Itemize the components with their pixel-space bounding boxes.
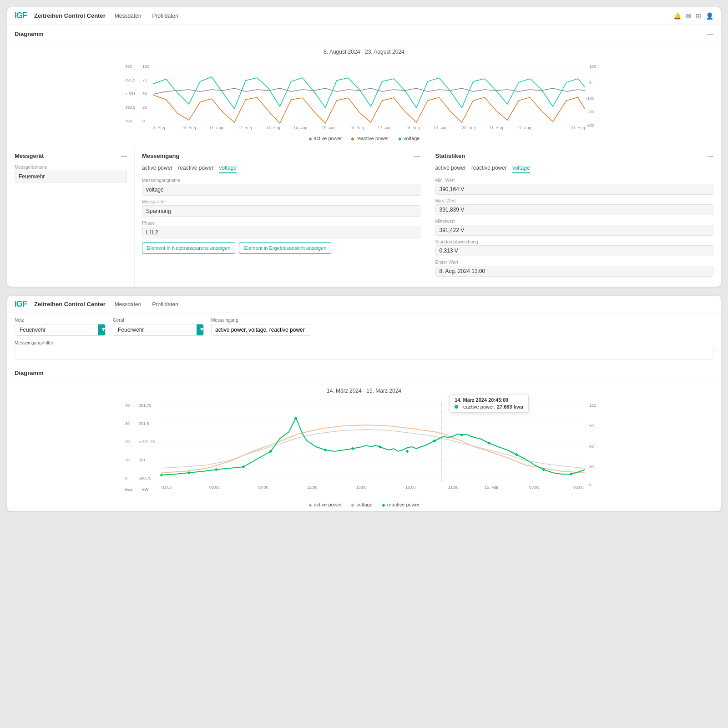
geraet-select-wrap[interactable]: Feuerwehr ▾ bbox=[113, 324, 204, 336]
chart-title-1: 8. August 2024 - 23. August 2024 bbox=[13, 49, 715, 55]
label-messgroesse: Messgröße bbox=[142, 199, 420, 204]
nav-profildaten-1[interactable]: Profildaten bbox=[150, 12, 180, 20]
svg-text:06:00: 06:00 bbox=[209, 485, 220, 490]
svg-text:90: 90 bbox=[589, 424, 594, 428]
svg-text:390,5: 390,5 bbox=[125, 105, 136, 110]
chart-legend-2: ◆ active power ◆ voltage ◆ reactive powe… bbox=[13, 502, 715, 507]
value-mittel: 391,422 V bbox=[435, 225, 714, 236]
svg-rect-65 bbox=[379, 445, 381, 448]
nav-profildaten-2[interactable]: Profildaten bbox=[150, 300, 180, 308]
grid-icon[interactable]: ⊞ bbox=[696, 12, 701, 20]
svg-text:19. Aug: 19. Aug bbox=[434, 126, 448, 130]
svg-text:> 391,25: > 391,25 bbox=[139, 440, 155, 444]
bell-icon[interactable]: 🔔 bbox=[673, 12, 681, 20]
legend-active-power-1: ◆ active power bbox=[308, 136, 342, 141]
topbar-1: IGF Zeitreihen Control Center Messdaten … bbox=[7, 7, 721, 25]
diagramm-header-1: Diagramm — bbox=[7, 25, 721, 41]
netz-value: Feuerwehr bbox=[15, 324, 98, 335]
filter-geraet: Gerät Feuerwehr ▾ bbox=[113, 318, 204, 336]
tab-active-power[interactable]: active power bbox=[142, 165, 172, 173]
svg-text:391,5: 391,5 bbox=[139, 421, 149, 426]
logo-1: IGF bbox=[15, 11, 27, 20]
stat-erster: Erster Wert 8. Aug. 2024 13:00 bbox=[435, 260, 714, 277]
card-messeingang-title: Messeingang — bbox=[142, 152, 420, 159]
diagramm-title-2: Diagramm bbox=[15, 369, 44, 376]
filter-messeingang-filter-group: Messeingang-Filter bbox=[15, 340, 713, 359]
value-messgeraetname: Feuerwehr bbox=[15, 171, 127, 182]
svg-text:15. Mär: 15. Mär bbox=[485, 485, 499, 490]
geraet-dropdown-btn[interactable]: ▾ bbox=[197, 324, 204, 335]
svg-rect-57 bbox=[160, 474, 163, 476]
label-mittel: Mittelwert bbox=[435, 219, 714, 224]
svg-rect-66 bbox=[406, 450, 409, 453]
svg-text:11. Aug: 11. Aug bbox=[209, 126, 223, 130]
svg-text:12:00: 12:00 bbox=[307, 485, 318, 490]
user-icon[interactable]: 👤 bbox=[706, 12, 713, 20]
stat-tab-reactive-power[interactable]: reactive power bbox=[471, 165, 507, 173]
netz-select-wrap[interactable]: Feuerwehr ▾ bbox=[15, 324, 106, 336]
svg-text:09:00: 09:00 bbox=[258, 485, 268, 490]
netz-dropdown-btn[interactable]: ▾ bbox=[98, 324, 106, 335]
label-geraet: Gerät bbox=[113, 318, 204, 323]
label-max: Max. Wert bbox=[435, 198, 714, 203]
svg-text:391: 391 bbox=[139, 458, 146, 462]
svg-text:30: 30 bbox=[142, 91, 147, 96]
svg-text:8. Aug: 8. Aug bbox=[153, 126, 165, 130]
tab-voltage[interactable]: voltage bbox=[219, 165, 237, 173]
svg-text:0: 0 bbox=[589, 80, 592, 85]
statistiken-collapse[interactable]: — bbox=[708, 152, 713, 159]
panel-2: IGF Zeitreihen Control Center Messdaten … bbox=[7, 296, 721, 511]
stat-max: Max. Wert 391,839 V bbox=[435, 198, 714, 215]
mail-icon[interactable]: ✉ bbox=[686, 12, 691, 20]
card-statistiken-title: Statistiken — bbox=[435, 152, 714, 159]
legend-active-power-2: ◆ active power bbox=[308, 502, 342, 507]
messgeraet-collapse[interactable]: — bbox=[121, 152, 127, 159]
svg-text:20. Aug: 20. Aug bbox=[462, 126, 476, 130]
filter-messeingang-group: Messeingang bbox=[211, 318, 311, 336]
btn-netztransparenz[interactable]: Element in Netztransparenz anzeigen bbox=[142, 242, 235, 254]
messeingang-collapse[interactable]: — bbox=[415, 152, 420, 159]
svg-text:60: 60 bbox=[589, 444, 594, 449]
svg-text:25: 25 bbox=[142, 105, 147, 110]
svg-text:18:00: 18:00 bbox=[405, 485, 416, 490]
svg-text:14. Aug: 14. Aug bbox=[293, 126, 308, 130]
nav-messdaten-2[interactable]: Messdaten bbox=[113, 300, 143, 308]
chart-svg-2: 40 30 20 10 0 kvar 391,75 391,5 > 391,25… bbox=[13, 398, 715, 499]
svg-text:75: 75 bbox=[142, 78, 147, 82]
nav-messdaten-1[interactable]: Messdaten bbox=[113, 12, 143, 20]
svg-text:20: 20 bbox=[125, 440, 130, 444]
legend-voltage-2: ◆ voltage bbox=[351, 502, 372, 507]
svg-text:30: 30 bbox=[125, 421, 130, 426]
svg-text:0: 0 bbox=[589, 483, 592, 487]
value-stdabw: 0,313 V bbox=[435, 245, 714, 256]
svg-text:kvar: kvar bbox=[125, 487, 133, 492]
tab-reactive-power[interactable]: reactive power bbox=[178, 165, 213, 173]
chart-title-2: 14. März 2024 - 15. März 2024 bbox=[13, 388, 715, 394]
panel-1: IGF Zeitreihen Control Center Messdaten … bbox=[7, 7, 721, 287]
messeingang-filter-input[interactable] bbox=[15, 347, 713, 359]
label-messgeraetname: Messgerätname bbox=[15, 165, 127, 170]
stat-tab-active-power[interactable]: active power bbox=[435, 165, 466, 173]
svg-text:12. Aug: 12. Aug bbox=[238, 126, 252, 130]
app-title-2: Zeitreihen Control Center bbox=[34, 301, 106, 308]
svg-text:30: 30 bbox=[589, 465, 594, 469]
diagramm-collapse-1[interactable]: — bbox=[707, 30, 713, 37]
topbar-2: IGF Zeitreihen Control Center Messdaten … bbox=[7, 296, 721, 313]
value-phase: L1L2 bbox=[142, 227, 420, 238]
svg-text:390: 390 bbox=[125, 119, 132, 123]
svg-text:390,75: 390,75 bbox=[139, 476, 152, 480]
stat-tab-voltage[interactable]: voltage bbox=[512, 165, 530, 173]
svg-rect-63 bbox=[324, 449, 327, 451]
label-erster: Erster Wert bbox=[435, 260, 714, 265]
btn-ergebnisansicht[interactable]: Element in Ergebnisansicht anzeigen bbox=[239, 242, 331, 254]
btn-row-messeingang: Element in Netztransparenz anzeigen Elem… bbox=[142, 238, 420, 254]
svg-text:15:00: 15:00 bbox=[356, 485, 367, 490]
value-erster: 8. Aug. 2024 13:00 bbox=[435, 266, 714, 277]
svg-rect-58 bbox=[187, 471, 190, 474]
chart-svg-1: 392 391,5 > 391 390,5 390 100 75 30 25 0… bbox=[13, 59, 715, 133]
messeingang-input[interactable] bbox=[211, 324, 311, 336]
svg-text:21:00: 21:00 bbox=[448, 485, 459, 490]
svg-text:392: 392 bbox=[125, 64, 132, 69]
filter-netz: Netz Feuerwehr ▾ bbox=[15, 318, 106, 336]
svg-text:18. Aug: 18. Aug bbox=[406, 126, 420, 130]
